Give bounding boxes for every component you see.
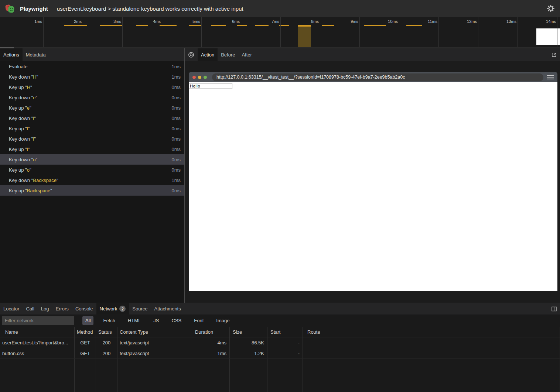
timeline-tick-label: 5ms xyxy=(179,19,200,24)
column-header[interactable]: Content Type xyxy=(117,327,192,337)
action-row[interactable]: Key up "H"0ms xyxy=(0,82,184,92)
timeline-gridline xyxy=(83,17,83,47)
tab-call[interactable]: Call xyxy=(23,303,37,314)
action-row[interactable]: Key down "Backspace"1ms xyxy=(0,175,184,185)
tab-attachments[interactable]: Attachments xyxy=(151,303,184,314)
browser-menu-icon[interactable] xyxy=(547,75,554,79)
playwright-trace-viewer: Playwright userEvent.keyboard > standalo… xyxy=(0,0,560,392)
chip-font[interactable]: Font xyxy=(191,316,206,325)
table-row-cell[interactable]: 86.5K xyxy=(230,337,267,348)
timeline-gridline xyxy=(359,17,360,47)
actions-panel: Actions Metadata Evaluate1ms Key down "H… xyxy=(0,48,185,303)
table-row-cell[interactable]: - xyxy=(267,337,303,348)
action-row[interactable]: Key down "l"0ms xyxy=(0,134,184,144)
action-row-selected[interactable]: Key up "Backspace"0ms xyxy=(0,185,184,196)
action-row-hovered[interactable]: Key down "o"0ms xyxy=(0,154,184,165)
action-row[interactable]: Key up "l"0ms xyxy=(0,123,184,134)
timeline-gridline xyxy=(162,17,162,47)
timeline-action-marker xyxy=(100,25,123,26)
tab-errors[interactable]: Errors xyxy=(52,303,72,314)
chip-image[interactable]: Image xyxy=(213,316,232,325)
action-duration: 0ms xyxy=(171,95,181,100)
table-row-cell[interactable]: 1ms xyxy=(192,348,230,359)
tab-metadata[interactable]: Metadata xyxy=(23,48,49,61)
snapshot-area: http://127.0.0.1:63315/__vitest_test__/?… xyxy=(185,61,560,303)
action-row[interactable]: Key up "e"0ms xyxy=(0,103,184,113)
table-row-cell[interactable]: button.css xyxy=(0,348,75,359)
tab-source[interactable]: Source xyxy=(129,303,151,314)
timeline[interactable]: 14ms13ms12ms11ms10ms9ms8ms7ms6ms5ms4ms3m… xyxy=(0,17,560,48)
tab-after[interactable]: After xyxy=(238,48,255,61)
table-row-cell[interactable]: text/javascript xyxy=(117,337,192,348)
network-filter-input[interactable] xyxy=(2,316,74,325)
column-header[interactable]: Start xyxy=(267,327,303,337)
timeline-action-marker xyxy=(136,25,148,26)
action-duration: 0ms xyxy=(171,157,181,162)
action-duration: 1ms xyxy=(171,64,181,69)
open-snapshot-external-icon[interactable] xyxy=(548,48,560,61)
action-row[interactable]: Key down "H"1ms xyxy=(0,72,184,82)
table-row-cell[interactable]: - xyxy=(267,348,303,359)
timeline-gridline xyxy=(43,17,44,47)
timeline-action-marker xyxy=(322,25,334,26)
timeline-gridline xyxy=(478,17,478,47)
chip-all[interactable]: All xyxy=(82,316,93,325)
action-duration: 0ms xyxy=(171,147,181,152)
browser-snapshot: http://127.0.0.1:63315/__vitest_test__/?… xyxy=(189,72,557,291)
action-duration: 0ms xyxy=(171,105,181,111)
pick-locator-target-icon[interactable] xyxy=(185,48,198,61)
timeline-gridline xyxy=(518,17,518,47)
tab-actions[interactable]: Actions xyxy=(0,48,23,61)
action-duration: 0ms xyxy=(171,116,181,121)
tab-console[interactable]: Console xyxy=(72,303,96,314)
table-row-cell[interactable]: 200 xyxy=(96,348,117,359)
settings-gear-icon[interactable] xyxy=(547,4,556,13)
action-row[interactable]: Key down "l"0ms xyxy=(0,113,184,123)
action-duration: 0ms xyxy=(171,126,181,131)
action-row[interactable]: Key up "o"0ms xyxy=(0,165,184,175)
table-row-cell[interactable]: userEvent.test.ts?import&bro... xyxy=(0,337,75,348)
timeline-tick-label: 11ms xyxy=(416,19,437,24)
column-header[interactable]: Name xyxy=(0,327,75,337)
table-row-cell[interactable]: GET xyxy=(75,348,96,359)
timeline-tick-label: 1ms xyxy=(21,19,42,24)
toggle-columns-icon[interactable] xyxy=(548,303,560,314)
column-header[interactable]: Route xyxy=(303,327,560,337)
table-row-cell[interactable]: 4ms xyxy=(192,337,230,348)
tab-log[interactable]: Log xyxy=(38,303,52,314)
action-row[interactable]: Key up "l"0ms xyxy=(0,144,184,154)
table-row-cell[interactable]: text/javascript xyxy=(117,348,192,359)
action-duration: 0ms xyxy=(171,188,181,193)
chip-css[interactable]: CSS xyxy=(169,316,185,325)
table-row-cell[interactable] xyxy=(303,348,560,359)
tab-before[interactable]: Before xyxy=(218,48,238,61)
timeline-gridline xyxy=(122,17,123,47)
chip-fetch[interactable]: Fetch xyxy=(100,316,118,325)
tab-action[interactable]: Action xyxy=(198,48,218,61)
column-header[interactable]: Status xyxy=(96,327,117,337)
table-row-cell[interactable]: 1.2K xyxy=(230,348,267,359)
action-row[interactable]: Key down "e"0ms xyxy=(0,92,184,103)
chip-html[interactable]: HTML xyxy=(125,316,144,325)
hello-input[interactable] xyxy=(189,83,232,89)
chip-js[interactable]: JS xyxy=(150,316,162,325)
table-row-cell[interactable]: 200 xyxy=(96,337,117,348)
table-row-cell[interactable] xyxy=(303,337,560,348)
app-name: Playwright xyxy=(20,6,48,12)
action-row[interactable]: Evaluate1ms xyxy=(0,61,184,72)
snapshot-tabbar: Action Before After xyxy=(185,48,560,61)
tab-locator[interactable]: Locator xyxy=(0,303,23,314)
header: Playwright userEvent.keyboard > standalo… xyxy=(0,0,560,17)
tab-network[interactable]: Network 2 xyxy=(96,303,129,314)
column-header[interactable]: Size xyxy=(230,327,267,337)
column-header[interactable]: Duration xyxy=(192,327,230,337)
timeline-tick-label: 7ms xyxy=(258,19,279,24)
action-duration: 1ms xyxy=(171,178,181,183)
table-row-cell[interactable]: GET xyxy=(75,337,96,348)
timeline-action-marker xyxy=(189,25,201,26)
timeline-tick-label: 13ms xyxy=(495,19,516,24)
timeline-gridline xyxy=(241,17,241,47)
trace-title: userEvent.keyboard > standalone keyboard… xyxy=(57,6,243,12)
action-duration: 0ms xyxy=(171,85,181,90)
column-header[interactable]: Method xyxy=(75,327,96,337)
